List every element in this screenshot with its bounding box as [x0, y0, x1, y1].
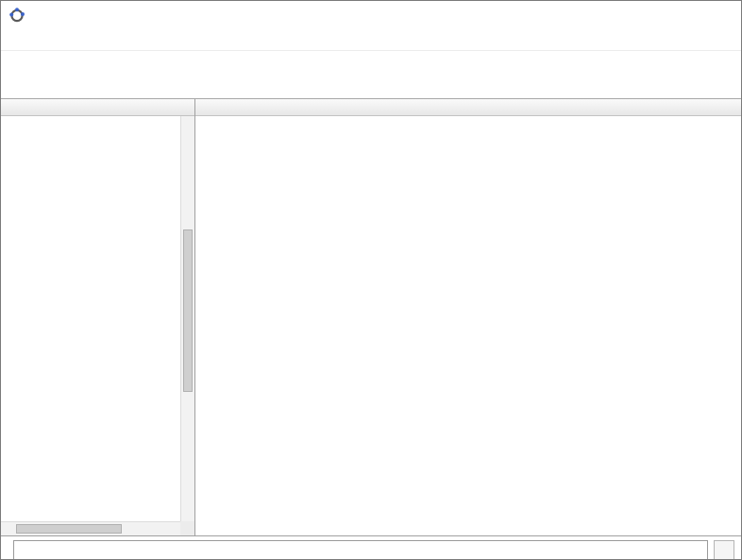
scrollbar-corner: [180, 521, 194, 535]
main-area: [1, 99, 741, 535]
geogebra-logo: [9, 8, 25, 23]
close-button[interactable]: [700, 1, 741, 29]
minimize-button[interactable]: [616, 1, 658, 29]
settings-gear-icon[interactable]: [701, 76, 728, 94]
input-help-toggle-icon[interactable]: [714, 540, 734, 560]
maximize-button[interactable]: [658, 1, 700, 29]
input-bar: [1, 535, 741, 560]
algebra-panel: [1, 99, 195, 535]
scene-svg[interactable]: [195, 116, 742, 535]
graphics3d-panel: [195, 99, 741, 535]
window-controls: [616, 1, 741, 29]
scroll-right-arrow[interactable]: [166, 522, 180, 535]
scroll-thumb[interactable]: [16, 524, 122, 534]
command-input[interactable]: [13, 540, 708, 560]
algebra-horizontal-scrollbar[interactable]: [1, 521, 180, 535]
titlebar: [1, 1, 741, 29]
redo-button[interactable]: [701, 55, 728, 74]
scroll-up-arrow[interactable]: [181, 116, 195, 129]
scroll-down-arrow[interactable]: [181, 508, 195, 521]
scroll-thumb[interactable]: [183, 229, 193, 392]
scroll-left-arrow[interactable]: [1, 522, 15, 535]
algebra-vertical-scrollbar[interactable]: [180, 116, 194, 521]
algebra-panel-header: [1, 99, 194, 116]
undo-button[interactable]: [667, 55, 694, 74]
help-button[interactable]: [667, 76, 694, 94]
menu-bar: [1, 29, 741, 51]
toolbar: [1, 51, 741, 99]
toolbar-right-cluster: [667, 55, 730, 94]
graphics3d-panel-header: [195, 99, 741, 116]
algebra-tree: [1, 116, 180, 521]
